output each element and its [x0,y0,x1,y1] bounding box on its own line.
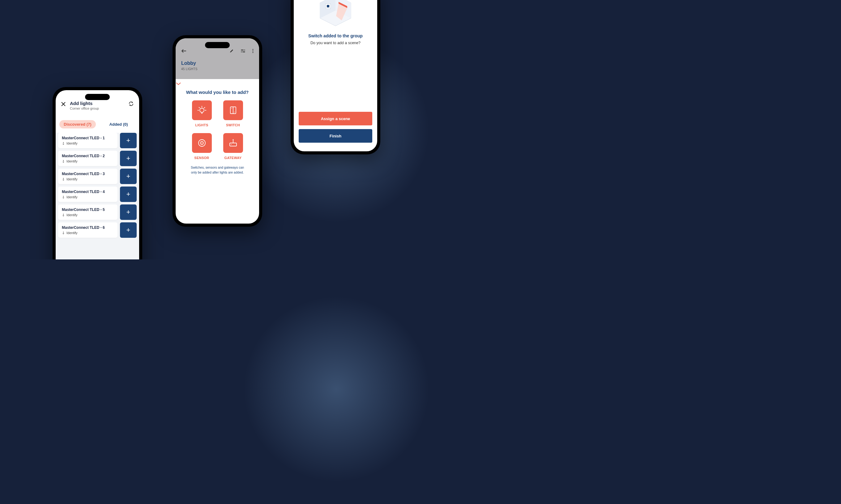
svg-point-0 [63,144,64,145]
phone-switch-added: Switch added to the group Do you want to… [291,0,380,155]
svg-point-10 [253,52,254,53]
back-icon[interactable] [181,49,223,53]
identify-button[interactable]: Identify [62,231,114,235]
body: Switch added to the group Do you want to… [294,0,377,151]
tile-label: SENSOR [189,156,214,160]
device-name: MasterConnect TLED - 6 [62,226,114,230]
spacer [299,45,372,112]
identify-label: Identify [67,141,77,145]
device-card[interactable]: MasterConnect TLED - 6 Identify [58,222,118,238]
svg-point-4 [63,216,64,216]
svg-rect-18 [230,143,237,146]
tile-lights[interactable]: LIGHTS [189,101,214,127]
device-name: MasterConnect TLED - 5 [62,208,114,212]
switch-icon [223,101,243,120]
tile-switch[interactable]: SWITCH [221,101,245,127]
device-card[interactable]: MasterConnect TLED - 1 Identify [58,133,118,148]
device-name: MasterConnect TLED - 3 [62,172,114,176]
close-icon[interactable] [61,101,68,106]
add-button[interactable]: + [120,222,137,238]
identify-button[interactable]: Identify [62,195,114,199]
identify-label: Identify [67,195,77,199]
sensor-icon [192,133,212,153]
svg-point-19 [233,139,234,140]
identify-button[interactable]: Identify [62,213,114,217]
lightbulb-icon [192,101,212,120]
identify-label: Identify [67,159,77,163]
tile-label: SWITCH [221,123,245,127]
identify-label: Identify [67,177,77,181]
sliders-icon[interactable] [241,49,245,53]
list-item: MasterConnect TLED - 5 Identify + [58,204,137,220]
svg-point-13 [231,108,232,109]
helper-text: Switches, sensors and gateways can only … [176,160,259,175]
svg-point-17 [201,143,202,144]
list-item: MasterConnect TLED - 2 Identify + [58,151,137,166]
list-item: MasterConnect TLED - 3 Identify + [58,168,137,184]
gateway-icon [223,133,243,153]
identify-label: Identify [67,213,77,217]
room-illustration-icon [299,0,372,33]
page-subtitle: Corner office group [70,107,128,110]
success-title: Switch added to the group [299,33,372,38]
add-button[interactable]: + [120,204,137,220]
list-item: MasterConnect TLED - 1 Identify + [58,133,137,148]
device-name: MasterConnect TLED - 4 [62,190,114,194]
finish-button[interactable]: Finish [299,129,372,143]
screen: Switch added to the group Do you want to… [294,0,377,151]
device-card[interactable]: MasterConnect TLED - 2 Identify [58,151,118,166]
chevron-down-icon[interactable] [176,82,259,85]
sheet: What would you like to add? LIGHTS SWITC… [176,79,259,175]
svg-point-1 [63,162,64,163]
group-title: Lobby [181,60,254,66]
svg-point-3 [63,198,64,199]
device-card[interactable]: MasterConnect TLED - 3 Identify [58,168,118,184]
add-button[interactable]: + [120,133,137,148]
title-block: Add lights Corner office group [70,101,128,110]
identify-label: Identify [67,231,77,235]
identify-button[interactable]: Identify [62,159,114,163]
svg-point-20 [231,144,231,145]
svg-point-9 [253,51,254,52]
tab-added[interactable]: Added (0) [105,120,132,128]
device-card[interactable]: MasterConnect TLED - 5 Identify [58,204,118,220]
svg-point-5 [63,234,64,234]
tile-grid: LIGHTS SWITCH SENSOR [176,101,259,160]
tab-discovered[interactable]: Discovered (7) [59,120,96,128]
header: Lobby 45 LIGHTS [176,38,259,79]
more-icon[interactable] [252,49,254,53]
device-card[interactable]: MasterConnect TLED - 4 Identify [58,186,118,202]
svg-point-11 [200,108,204,112]
list-item: MasterConnect TLED - 4 Identify + [58,186,137,202]
tile-gateway[interactable]: GATEWAY [221,133,245,160]
add-button[interactable]: + [120,151,137,166]
tile-sensor[interactable]: SENSOR [189,133,214,160]
tile-label: GATEWAY [221,156,245,160]
identify-button[interactable]: Identify [62,177,114,181]
identify-button[interactable]: Identify [62,141,114,145]
phone-add-lights: Add lights Corner office group Discovere… [53,87,142,259]
prompt-text: What would you like to add? [176,90,259,95]
device-name: MasterConnect TLED - 1 [62,136,114,140]
toolbar [181,49,254,53]
assign-scene-button[interactable]: Assign a scene [299,112,372,125]
page-title: Add lights [70,101,128,106]
add-button[interactable]: + [120,168,137,184]
tabs: Discovered (7) Added (0) [56,114,139,133]
screen: Add lights Corner office group Discovere… [56,90,139,259]
svg-point-7 [243,51,244,53]
svg-rect-22 [327,5,329,7]
svg-point-8 [253,49,254,50]
device-name: MasterConnect TLED - 2 [62,154,114,158]
svg-point-2 [63,180,64,181]
header: Add lights Corner office group [56,90,139,114]
svg-point-14 [234,112,235,112]
add-button[interactable]: + [120,186,137,202]
svg-point-6 [241,49,243,51]
edit-icon[interactable] [229,49,234,53]
success-subtitle: Do you want to add a scene? [299,41,372,45]
device-list[interactable]: MasterConnect TLED - 1 Identify + Master… [56,133,139,259]
refresh-icon[interactable] [128,101,134,106]
group-subtitle: 45 LIGHTS [181,67,254,71]
tile-label: LIGHTS [189,123,214,127]
